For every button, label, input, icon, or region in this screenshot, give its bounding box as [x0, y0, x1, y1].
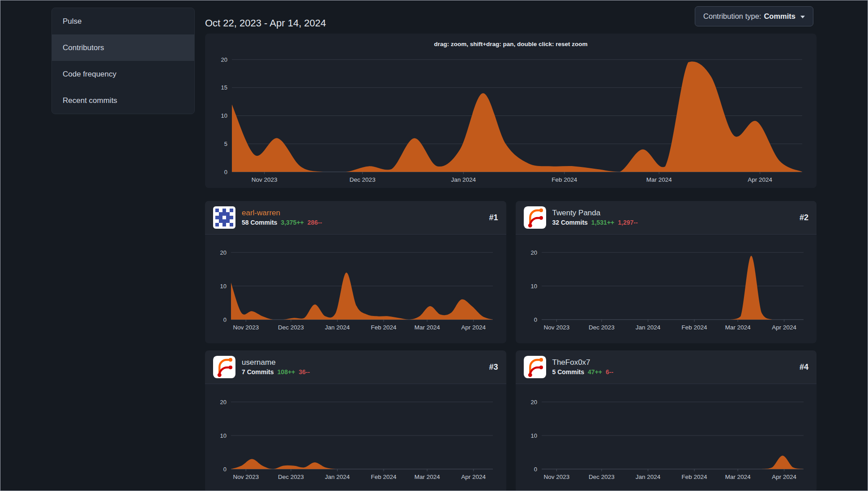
rank-badge: #2 — [800, 213, 808, 222]
deletions-count: 1,297-- — [618, 219, 637, 227]
avatar-forgejo-logo[interactable] — [213, 356, 235, 378]
sidebar-item-label: Code frequency — [63, 70, 116, 79]
svg-text:Feb 2024: Feb 2024 — [371, 324, 397, 331]
contributor-commits-chart[interactable]: 01020Nov 2023Dec 2023Jan 2024Feb 2024Mar… — [209, 389, 503, 482]
additions-count: 1,531++ — [591, 219, 614, 227]
svg-text:Feb 2024: Feb 2024 — [681, 474, 707, 480]
svg-text:15: 15 — [221, 84, 227, 91]
svg-text:0: 0 — [224, 169, 227, 175]
svg-text:Mar 2024: Mar 2024 — [415, 324, 440, 331]
contributor-identity: Twenty Panda 32 Commits 1,531++ 1,297-- — [552, 208, 638, 227]
svg-text:0: 0 — [223, 466, 227, 473]
svg-text:Apr 2024: Apr 2024 — [772, 474, 796, 480]
deletions-count: 6-- — [606, 368, 613, 376]
contributor-card-3: username 7 Commits 108++ 36-- #3 01020No… — [205, 350, 506, 491]
sidebar-item-contributors[interactable]: Contributors — [52, 34, 194, 61]
svg-text:Dec 2023: Dec 2023 — [278, 474, 304, 480]
contribution-type-label: Contribution type: — [703, 12, 761, 21]
svg-text:20: 20 — [530, 249, 537, 256]
svg-text:Jan 2024: Jan 2024 — [635, 324, 660, 331]
svg-text:Nov 2023: Nov 2023 — [543, 324, 569, 331]
overall-commits-chart[interactable]: 05101520Nov 2023Dec 2023Jan 2024Feb 2024… — [210, 53, 812, 185]
svg-text:5: 5 — [224, 141, 227, 147]
contributor-card-2: Twenty Panda 32 Commits 1,531++ 1,297-- … — [516, 201, 817, 343]
avatar-forgejo-logo[interactable] — [524, 356, 546, 378]
rank-badge: #1 — [489, 213, 498, 222]
sidebar-item-recent-commits[interactable]: Recent commits — [52, 87, 194, 114]
contribution-type-value: Commits — [764, 12, 795, 21]
svg-text:10: 10 — [530, 283, 537, 290]
additions-count: 47++ — [588, 368, 602, 376]
sidebar-item-label: Pulse — [63, 17, 82, 26]
contributor-card-header: TheFox0x7 5 Commits 47++ 6-- #4 — [516, 350, 817, 384]
contributor-cards-grid: earl-warren 58 Commits 3,375++ 286-- #1 … — [205, 201, 817, 491]
svg-text:Dec 2023: Dec 2023 — [350, 176, 376, 183]
sidebar-item-code-frequency[interactable]: Code frequency — [52, 61, 194, 87]
svg-text:20: 20 — [221, 56, 227, 63]
svg-text:20: 20 — [220, 399, 227, 406]
svg-text:0: 0 — [223, 316, 227, 323]
svg-text:10: 10 — [220, 432, 227, 439]
svg-text:0: 0 — [534, 466, 537, 473]
contributor-identity: earl-warren 58 Commits 3,375++ 286-- — [242, 208, 322, 227]
deletions-count: 36-- — [299, 368, 310, 376]
additions-count: 108++ — [278, 368, 295, 376]
contributor-name-link[interactable]: earl-warren — [242, 208, 322, 218]
rank-badge: #3 — [489, 363, 498, 372]
contributor-commits-chart[interactable]: 01020Nov 2023Dec 2023Jan 2024Feb 2024Mar… — [519, 389, 813, 482]
svg-text:Jan 2024: Jan 2024 — [325, 474, 350, 480]
svg-text:20: 20 — [220, 249, 227, 256]
svg-text:Mar 2024: Mar 2024 — [725, 324, 751, 331]
sidebar-item-label: Recent commits — [63, 96, 117, 105]
contributor-stats: 5 Commits 47++ 6-- — [552, 368, 614, 376]
svg-text:10: 10 — [220, 283, 227, 290]
contributor-name-link[interactable]: TheFox0x7 — [552, 358, 614, 367]
sidebar-menu: Pulse Contributors Code frequency Recent… — [51, 8, 195, 114]
sidebar-item-label: Contributors — [63, 43, 104, 52]
contributor-card-header: earl-warren 58 Commits 3,375++ 286-- #1 — [205, 201, 506, 235]
svg-text:10: 10 — [221, 112, 227, 119]
contributor-identity: TheFox0x7 5 Commits 47++ 6-- — [552, 358, 614, 376]
contributor-stats: 7 Commits 108++ 36-- — [242, 368, 310, 376]
svg-text:Feb 2024: Feb 2024 — [371, 474, 397, 480]
svg-text:Apr 2024: Apr 2024 — [461, 474, 486, 480]
avatar-identicon[interactable] — [213, 206, 235, 229]
svg-text:Jan 2024: Jan 2024 — [451, 176, 476, 183]
svg-text:Apr 2024: Apr 2024 — [772, 324, 796, 331]
contributor-card-1: earl-warren 58 Commits 3,375++ 286-- #1 … — [205, 201, 506, 343]
chart-zoom-hint: drag: zoom, shift+drag: pan, double clic… — [205, 34, 817, 47]
svg-text:Nov 2023: Nov 2023 — [252, 176, 278, 183]
commit-count: 5 Commits — [552, 368, 585, 376]
date-range-title: Oct 22, 2023 - Apr 14, 2024 — [205, 17, 326, 29]
svg-text:Jan 2024: Jan 2024 — [635, 474, 660, 480]
sidebar-item-pulse[interactable]: Pulse — [52, 8, 194, 34]
svg-text:Mar 2024: Mar 2024 — [415, 474, 440, 480]
svg-text:Nov 2023: Nov 2023 — [233, 474, 259, 480]
contributor-commits-chart[interactable]: 01020Nov 2023Dec 2023Jan 2024Feb 2024Mar… — [209, 239, 503, 333]
contributor-card-header: Twenty Panda 32 Commits 1,531++ 1,297-- … — [516, 201, 817, 235]
svg-text:Mar 2024: Mar 2024 — [646, 176, 672, 183]
svg-text:Feb 2024: Feb 2024 — [552, 176, 577, 183]
contribution-type-dropdown[interactable]: Contribution type: Commits — [695, 6, 813, 26]
svg-text:Nov 2023: Nov 2023 — [233, 324, 259, 331]
commit-count: 7 Commits — [242, 368, 274, 376]
chevron-down-icon — [800, 16, 805, 18]
svg-text:Apr 2024: Apr 2024 — [461, 324, 486, 331]
svg-text:20: 20 — [530, 399, 537, 406]
svg-text:10: 10 — [530, 432, 537, 439]
contributor-card-header: username 7 Commits 108++ 36-- #3 — [205, 350, 506, 384]
svg-text:Jan 2024: Jan 2024 — [325, 324, 350, 331]
contributor-name-link[interactable]: username — [242, 358, 310, 367]
svg-text:Dec 2023: Dec 2023 — [589, 324, 615, 331]
svg-text:Nov 2023: Nov 2023 — [543, 474, 569, 480]
deletions-count: 286-- — [308, 219, 322, 227]
overall-chart-panel: drag: zoom, shift+drag: pan, double clic… — [205, 34, 817, 188]
contributor-name-link[interactable]: Twenty Panda — [552, 208, 638, 218]
contributor-stats: 58 Commits 3,375++ 286-- — [242, 219, 322, 227]
contributor-card-4: TheFox0x7 5 Commits 47++ 6-- #4 01020Nov… — [516, 350, 817, 491]
svg-text:Mar 2024: Mar 2024 — [725, 474, 751, 480]
svg-text:Apr 2024: Apr 2024 — [748, 176, 772, 183]
rank-badge: #4 — [800, 363, 808, 372]
avatar-forgejo-logo[interactable] — [524, 206, 546, 229]
contributor-commits-chart[interactable]: 01020Nov 2023Dec 2023Jan 2024Feb 2024Mar… — [519, 239, 813, 333]
